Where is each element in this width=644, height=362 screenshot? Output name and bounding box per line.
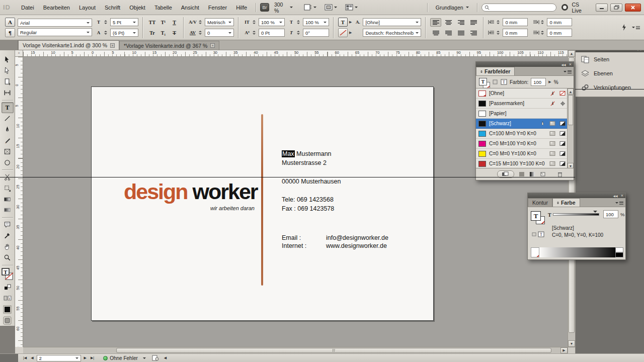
font-family-dropdown[interactable]: Arial [18,19,92,27]
container-toggle-icon[interactable] [532,232,537,237]
page-number-dropdown[interactable]: 2 [37,355,81,361]
tab-kontur[interactable]: Kontur [528,198,552,207]
fill-stroke-proxy-icon[interactable]: T [479,78,488,86]
menu-fenster[interactable]: Fenster [204,3,231,12]
color-ramp[interactable] [531,247,623,257]
card-email-label[interactable]: Email : [282,234,301,242]
next-page-button[interactable]: ▶ [82,356,89,360]
close-icon[interactable]: × [621,194,623,198]
card-email-value[interactable]: info@designworker.de [326,234,388,242]
minimize-button[interactable] [596,4,608,12]
menu-datei[interactable]: Datei [17,3,39,12]
swatch-row[interactable]: [Ohne] [476,88,568,99]
tracking-dropdown[interactable]: 0 [205,29,234,37]
ruler-origin-corner[interactable]: + [15,50,23,57]
horizontal-guide-line[interactable] [0,177,575,177]
swatch-row[interactable]: [Schwarz] [476,119,568,129]
flyout-arrow-icon[interactable]: ▶ [349,20,352,24]
delete-swatch-button[interactable] [557,171,562,177]
document-tab-active[interactable]: Vorlage Visitenkarte1.indd @ 300 % × [18,40,119,50]
justify-left-button[interactable] [468,18,479,27]
zoom-tool[interactable] [2,252,14,263]
horizontal-scroll-thumb[interactable] [116,348,551,353]
horizontal-scrollbar[interactable]: ▶ [23,347,568,353]
tint-ramp[interactable] [539,247,615,257]
kerning-dropdown[interactable]: Metrisch [205,18,234,26]
tint-slider[interactable] [553,213,599,216]
color-swatches-button[interactable] [519,171,525,177]
vertical-ruler[interactable]: 505101520253035404550556065 [15,57,23,347]
gradient-swatches-button[interactable] [529,171,535,177]
logo-tagline[interactable]: wir arbeiten daran [159,204,255,213]
tint-value-field[interactable]: 100 [531,78,546,86]
type-tool[interactable]: T [2,102,14,113]
panel-group-header[interactable]: ◀◀× [528,193,625,198]
tab-farbe[interactable]: Farbe [552,198,580,207]
stroke-color-button[interactable] [338,28,348,37]
align-left-button[interactable] [430,18,441,27]
scroll-right-icon[interactable]: ▶ [560,347,568,353]
vertical-scale-stepper[interactable] [253,20,257,24]
close-icon[interactable]: × [210,43,215,48]
indent-left-field[interactable]: 0 mm [503,18,528,26]
indent-right-stepper[interactable] [541,20,545,24]
align-center-button[interactable] [443,18,454,27]
cs-live-label[interactable]: CS Live [572,2,589,14]
language-dropdown[interactable]: Deutsch: Rechtschreibreform [363,29,421,37]
selection-tool[interactable] [2,54,14,65]
horizontal-scale-stepper[interactable] [297,20,301,24]
gap-tool[interactable] [2,87,14,99]
flyout-arrow-icon[interactable]: ▶ [548,80,551,84]
swatch-row[interactable]: C=0 M=0 Y=100 K=0 [476,149,568,159]
collapse-icon[interactable]: ◀◀ [613,194,618,198]
font-style-dropdown[interactable]: Regular [18,28,92,36]
panel-menu-icon[interactable] [564,69,572,74]
document-tab-inactive[interactable]: *Vorlage Visitenkarte.indd @ 367 % × [119,41,219,50]
card-web-value[interactable]: www.designworker.de [326,242,387,250]
panel-menu-icon[interactable] [615,201,623,205]
align-towards-spine-button[interactable] [468,29,479,37]
underline-button[interactable]: T [170,18,179,27]
swatch-row[interactable]: C=15 M=100 Y=100 K=0 [476,159,568,168]
small-caps-button[interactable]: Tr [147,29,157,37]
gradient-tool[interactable] [2,194,14,205]
rectangle-frame-tool[interactable] [2,146,14,157]
menu-ansicht[interactable]: Ansicht [177,3,204,12]
slider-pointer[interactable] [593,211,597,215]
menu-bearbeiten[interactable]: Bearbeiten [39,3,74,12]
kerning-stepper[interactable] [199,20,203,24]
swatch-scrollbar[interactable]: ▲ ▼ [567,88,574,168]
ramp-endpoints[interactable] [615,247,623,257]
menu-tabelle[interactable]: Tabelle [150,3,177,12]
close-icon[interactable]: × [569,62,572,66]
zoom-level-dropdown[interactable]: 300 % [271,1,296,15]
chevron-down-icon[interactable] [143,357,146,360]
baseline-shift-stepper[interactable] [253,31,257,35]
indent-last-line-stepper[interactable] [541,31,545,35]
line-tool[interactable] [2,113,14,124]
flyout-arrow-icon[interactable]: ▶ [349,31,352,35]
container-toggle-icon[interactable] [493,79,498,84]
search-input[interactable] [481,4,556,12]
font-size-dropdown[interactable]: 5 Pt [110,18,138,26]
character-style-dropdown[interactable]: [Ohne] [363,18,421,26]
pencil-tool[interactable] [2,135,14,146]
preflight-panel-icon[interactable] [152,355,159,361]
menu-objekt[interactable]: Objekt [125,3,150,12]
swatch-row[interactable]: [Passermarken] [476,99,568,109]
dock-item-seiten[interactable]: Seiten [576,52,644,66]
apply-color-button[interactable] [2,304,14,315]
page-tool[interactable] [2,76,14,87]
tab-farbfelder[interactable]: Farbfelder [476,67,515,75]
superscript-button[interactable]: T¹ [158,18,168,27]
free-transform-tool[interactable] [2,183,14,194]
restore-button[interactable] [610,4,622,12]
cs-live-icon[interactable] [561,4,568,11]
menu-hilfe[interactable]: Hilfe [231,3,252,12]
ellipse-tool[interactable] [2,157,14,168]
close-button[interactable] [625,4,641,12]
formatting-toggle[interactable]: T [2,293,14,304]
justify-center-button[interactable] [430,29,441,37]
collapse-left-icon[interactable]: ◀ [162,356,169,360]
hand-tool[interactable] [2,241,14,252]
